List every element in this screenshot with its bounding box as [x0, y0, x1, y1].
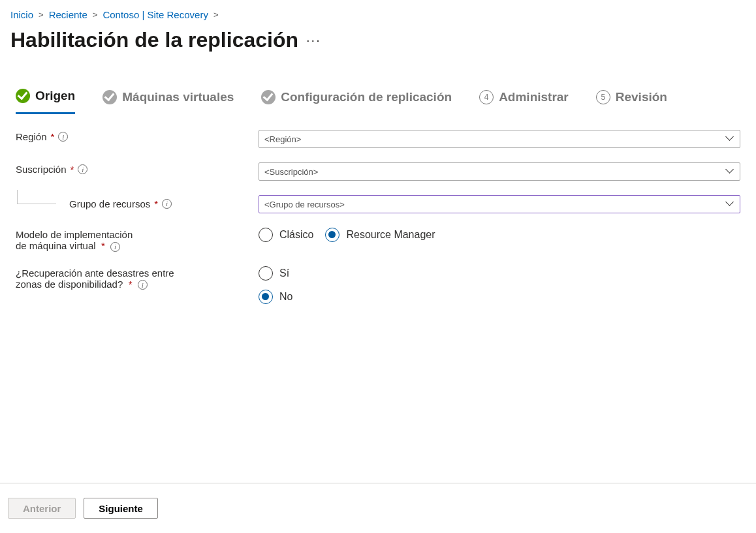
label-text: Modelo de implementación de máquina virt… [16, 229, 133, 252]
required-icon: * [51, 131, 55, 142]
step-number-icon: 4 [479, 90, 494, 104]
radio-icon [259, 266, 273, 281]
label-line1: Modelo de implementación [16, 229, 133, 240]
radio-icon [259, 228, 273, 242]
label-text: Suscripción [16, 164, 67, 175]
deploy-model-radio-group: Clásico Resource Manager [259, 228, 740, 242]
checkmark-circle-icon [102, 90, 117, 104]
region-dropdown[interactable]: <Región> [259, 130, 740, 148]
step-revision[interactable]: 5 Revisión [596, 90, 667, 114]
resource-group-dropdown[interactable]: <Grupo de recursos> [259, 195, 740, 213]
info-icon[interactable]: i [110, 242, 120, 252]
label-text: Región [16, 131, 47, 142]
breadcrumb: Inicio > Reciente > Contoso | Site Recov… [0, 0, 756, 24]
step-administrar[interactable]: 4 Administrar [479, 90, 569, 114]
row-grupo-recursos: Grupo de recursos * i <Grupo de recursos… [16, 195, 740, 213]
chevron-right-icon: > [213, 10, 219, 20]
info-icon[interactable]: i [58, 132, 68, 142]
radio-si[interactable]: Sí [259, 266, 289, 281]
chevron-down-icon [725, 134, 734, 144]
label-text: Grupo de recursos [69, 198, 150, 209]
page-title: Habilitación de la replicación [10, 28, 298, 52]
label-modelo-implementacion: Modelo de implementación de máquina virt… [16, 228, 259, 252]
checkmark-circle-icon [16, 89, 30, 103]
required-icon: * [154, 198, 158, 209]
anterior-button: Anterior [8, 498, 76, 519]
chevron-right-icon: > [93, 10, 98, 20]
info-icon[interactable]: i [78, 164, 87, 174]
label-line1: ¿Recuperación ante desastres entre [16, 267, 174, 279]
step-label: Máquinas virtuales [122, 90, 234, 104]
label-suscripcion: Suscripción * i [16, 162, 259, 175]
label-line2: de máquina virtual [16, 240, 96, 251]
chevron-right-icon: > [39, 10, 44, 20]
wizard-steps: Origen Máquinas virtuales Configuración … [0, 68, 756, 114]
info-icon[interactable]: i [162, 199, 172, 209]
step-label: Administrar [499, 90, 569, 104]
wizard-footer: Anterior Siguiente [0, 483, 756, 533]
breadcrumb-vault[interactable]: Contoso | Site Recovery [102, 9, 208, 20]
row-modelo-implementacion: Modelo de implementación de máquina virt… [16, 228, 740, 252]
label-zone-dr: ¿Recuperación ante desastres entre zonas… [16, 266, 259, 290]
radio-label: No [279, 291, 292, 303]
label-line2: zonas de disponibilidad? [16, 279, 123, 290]
radio-icon [259, 290, 273, 304]
dropdown-value: <Región> [264, 134, 301, 144]
radio-resource-manager[interactable]: Resource Manager [325, 228, 435, 242]
zone-dr-radio-group: Sí No [259, 266, 740, 304]
required-icon: * [71, 164, 74, 175]
dropdown-value: <Suscripción> [264, 167, 318, 177]
step-origen[interactable]: Origen [16, 89, 75, 114]
radio-label: Sí [279, 267, 289, 279]
chevron-down-icon [725, 200, 734, 209]
breadcrumb-home[interactable]: Inicio [10, 9, 33, 20]
chevron-down-icon [725, 167, 734, 176]
breadcrumb-recent[interactable]: Reciente [49, 9, 87, 20]
page-title-row: Habilitación de la replicación ··· [0, 24, 756, 68]
step-label: Configuración de replicación [281, 90, 452, 104]
checkmark-circle-icon [261, 90, 276, 104]
info-icon[interactable]: i [138, 280, 148, 290]
row-region: Región * i <Región> [16, 130, 740, 148]
form-area: Región * i <Región> Suscripción * i <Sus… [0, 114, 756, 304]
step-label: Revisión [616, 90, 667, 104]
radio-icon [325, 228, 339, 242]
step-number-icon: 5 [596, 90, 610, 104]
radio-label: Clásico [279, 229, 313, 241]
label-text: ¿Recuperación ante desastres entre zonas… [16, 267, 174, 290]
label-grupo-recursos: Grupo de recursos * i [16, 195, 259, 211]
label-region: Región * i [16, 130, 259, 142]
step-label: Origen [35, 89, 75, 103]
dropdown-value: <Grupo de recursos> [264, 200, 345, 209]
siguiente-button[interactable]: Siguiente [84, 498, 158, 519]
subscription-dropdown[interactable]: <Suscripción> [259, 162, 740, 181]
radio-label: Resource Manager [346, 229, 435, 241]
step-maquinas-virtuales[interactable]: Máquinas virtuales [102, 90, 234, 114]
more-actions-button[interactable]: ··· [298, 33, 321, 48]
radio-no[interactable]: No [259, 290, 292, 304]
required-icon: * [101, 240, 105, 251]
tree-connector-icon [17, 190, 56, 204]
radio-clasico[interactable]: Clásico [259, 228, 313, 242]
row-zone-dr: ¿Recuperación ante desastres entre zonas… [16, 266, 740, 304]
required-icon: * [129, 279, 133, 290]
row-suscripcion: Suscripción * i <Suscripción> [16, 162, 740, 181]
step-configuracion-replicacion[interactable]: Configuración de replicación [261, 90, 452, 114]
